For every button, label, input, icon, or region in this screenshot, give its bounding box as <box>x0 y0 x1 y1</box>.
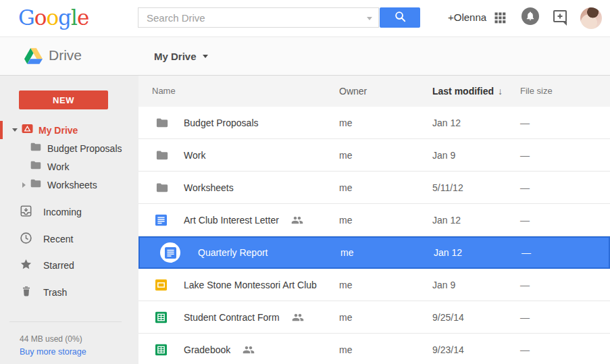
file-name-cell: Art Club Interest Letter <box>184 214 303 226</box>
storage-used-text: 44 MB used (0%) <box>20 334 82 344</box>
google-drive-app: Google +Olenna Drive My Drive <box>0 0 610 364</box>
modified-cell: Jan 12 <box>432 215 461 226</box>
modified-cell: 9/25/14 <box>432 312 464 323</box>
notifications-bell-icon[interactable] <box>522 7 539 28</box>
file-type-icon <box>155 181 168 194</box>
sidebar-item-label: My Drive <box>39 125 78 136</box>
folder-icon <box>30 159 41 174</box>
file-name-cell: Gradebook <box>184 344 255 356</box>
column-header-size[interactable]: File size <box>520 86 553 96</box>
google-sheet-icon <box>155 344 167 355</box>
file-type-icon <box>155 149 168 161</box>
owner-cell: me <box>339 280 352 290</box>
collapse-arrow-icon[interactable] <box>22 182 26 188</box>
column-header-name[interactable]: Name <box>152 86 176 96</box>
table-header: Name Owner Last modified↓ File size <box>138 76 610 107</box>
file-row[interactable]: Art Club Interest Letter me Jan 12 — <box>138 204 610 236</box>
modified-cell: Jan 9 <box>432 280 455 290</box>
file-row[interactable]: Student Contract Form me 9/25/14 — <box>138 301 610 334</box>
file-name: Worksheets <box>184 182 234 193</box>
sidebar-item-trash[interactable]: Trash <box>0 283 138 302</box>
trash-icon <box>20 285 32 300</box>
sidebar-item-label: Work <box>47 161 69 172</box>
sidebar-item-budget-proposals[interactable]: Budget Proposals <box>0 139 138 157</box>
folder-icon <box>30 141 41 155</box>
file-type-icon <box>155 344 167 355</box>
file-name-cell: Quarterly Report <box>198 247 268 258</box>
star-icon <box>20 258 32 274</box>
google-sheet-icon <box>155 311 167 323</box>
my-drive-icon <box>22 123 33 137</box>
drive-app-name[interactable]: Drive <box>49 47 82 63</box>
owner-cell: me <box>339 344 352 355</box>
folder-icon <box>155 181 168 194</box>
account-name[interactable]: +Olenna <box>448 11 486 23</box>
sidebar-divider <box>9 321 122 322</box>
file-row[interactable]: Quarterly Report me Jan 12 — <box>138 236 610 269</box>
file-name-cell: Work <box>184 150 205 161</box>
new-button[interactable]: NEW <box>19 90 108 109</box>
google-doc-icon <box>165 247 176 259</box>
file-type-icon <box>155 279 167 290</box>
file-list: Budget Proposals me Jan 12 — Work me Jan… <box>138 107 610 364</box>
file-row[interactable]: Lake Stone Montessori Art Club me Jan 9 … <box>138 269 610 301</box>
google-logo[interactable]: Google <box>18 5 88 30</box>
breadcrumb-label: My Drive <box>154 51 197 62</box>
size-cell: — <box>520 344 530 355</box>
file-name: Gradebook <box>184 344 230 355</box>
column-header-modified[interactable]: Last modified↓ <box>432 86 503 97</box>
size-cell: — <box>520 215 530 226</box>
size-cell: — <box>520 312 530 323</box>
owner-cell: me <box>340 247 353 258</box>
search-input[interactable] <box>138 8 370 27</box>
file-name: Art Club Interest Letter <box>184 215 279 226</box>
folder-icon <box>155 149 168 161</box>
file-name-cell: Budget Proposals <box>184 118 259 128</box>
sidebar-item-my-drive[interactable]: My Drive <box>0 121 138 139</box>
chevron-down-icon <box>203 55 208 58</box>
drive-logo-icon[interactable] <box>24 48 43 67</box>
owner-cell: me <box>339 215 352 226</box>
owner-cell: me <box>339 150 352 161</box>
search-options-caret-icon[interactable] <box>367 17 372 20</box>
expand-arrow-icon[interactable] <box>12 128 18 132</box>
file-row[interactable]: Worksheets me 5/11/12 — <box>138 172 610 204</box>
file-name: Budget Proposals <box>184 118 259 128</box>
drive-toolbar: Drive My Drive AZ <box>0 37 610 76</box>
breadcrumb[interactable]: My Drive <box>154 51 208 62</box>
file-type-icon <box>155 311 167 323</box>
sidebar-item-incoming[interactable]: Incoming <box>0 203 138 222</box>
sidebar-item-worksheets[interactable]: Worksheets <box>0 176 138 194</box>
size-cell: — <box>520 118 530 128</box>
file-list-panel: Name Owner Last modified↓ File size Budg… <box>138 76 610 364</box>
shared-users-icon <box>292 311 304 323</box>
buy-more-storage-link[interactable]: Buy more storage <box>20 347 86 357</box>
shared-users-icon <box>243 344 255 356</box>
add-to-drive-icon[interactable] <box>553 9 569 30</box>
column-header-owner[interactable]: Owner <box>339 86 367 97</box>
modified-cell: Jan 12 <box>434 247 462 258</box>
file-row[interactable]: Budget Proposals me Jan 12 — <box>138 107 610 139</box>
shared-users-icon <box>291 214 303 226</box>
modified-cell: 5/11/12 <box>432 182 463 193</box>
file-name-cell: Student Contract Form <box>184 311 304 323</box>
folder-icon <box>30 178 41 192</box>
top-header-bar: Google +Olenna <box>0 0 610 37</box>
user-avatar[interactable] <box>580 7 602 29</box>
sidebar-item-starred[interactable]: Starred <box>0 256 138 275</box>
clock-icon <box>20 232 32 247</box>
apps-grid-icon[interactable] <box>493 11 507 27</box>
file-name-cell: Worksheets <box>184 182 234 193</box>
sort-direction-icon: ↓ <box>498 86 503 97</box>
sidebar-item-recent[interactable]: Recent <box>0 230 138 249</box>
file-name: Quarterly Report <box>198 247 268 258</box>
sidebar-item-label: Recent <box>43 234 73 244</box>
file-row[interactable]: Gradebook me 9/23/14 — <box>138 334 610 364</box>
size-cell: — <box>520 280 530 290</box>
owner-cell: me <box>339 312 352 323</box>
search-icon <box>394 10 407 25</box>
file-name-cell: Lake Stone Montessori Art Club <box>184 280 317 290</box>
file-row[interactable]: Work me Jan 9 — <box>138 139 610 172</box>
search-button[interactable] <box>380 7 420 28</box>
sidebar-item-work[interactable]: Work <box>0 157 138 176</box>
